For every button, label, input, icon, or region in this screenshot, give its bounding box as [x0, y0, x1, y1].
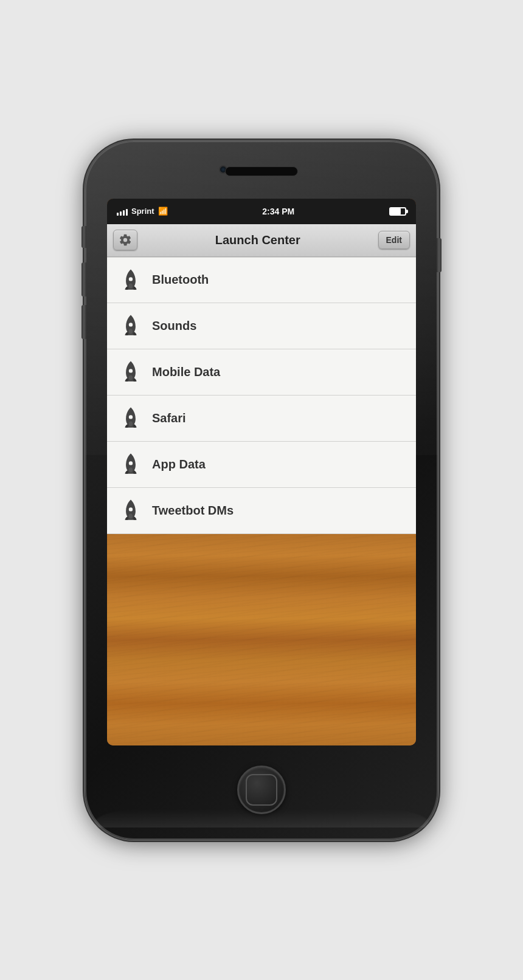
list-item-sounds[interactable]: Sounds [107, 303, 416, 349]
wood-background [107, 534, 416, 745]
svg-point-4 [129, 369, 133, 372]
carrier-label: Sprint [131, 207, 154, 216]
rocket-icon-tweetbot-dms [119, 499, 142, 522]
status-right [389, 207, 406, 216]
status-left: Sprint 📶 [117, 207, 168, 216]
list-item-label-app-data: App Data [152, 457, 206, 471]
svg-point-2 [129, 323, 133, 326]
gear-icon [119, 233, 132, 247]
svg-point-10 [129, 507, 133, 511]
phone-body: Sprint 📶 2:34 PM [85, 141, 438, 840]
battery-fill [390, 208, 401, 214]
rocket-icon-safari [119, 406, 142, 430]
svg-point-1 [129, 283, 133, 288]
settings-button[interactable] [113, 230, 137, 250]
wifi-icon: 📶 [158, 207, 168, 216]
svg-point-0 [129, 277, 133, 281]
list-item-label-mobile-data: Mobile Data [152, 365, 220, 379]
volume-up-button[interactable] [81, 262, 86, 296]
phone-wrapper: Sprint 📶 2:34 PM [0, 0, 523, 980]
svg-point-8 [129, 461, 133, 465]
phone-reflection [94, 809, 429, 828]
list-item-label-bluetooth: Bluetooth [152, 273, 209, 287]
rocket-icon-mobile-data [119, 360, 142, 383]
list-item-safari[interactable]: Safari [107, 396, 416, 442]
edit-button[interactable]: Edit [378, 231, 410, 249]
signal-bar-3 [123, 210, 125, 216]
list-item-mobile-data[interactable]: Mobile Data [107, 349, 416, 396]
signal-bar-2 [120, 211, 122, 216]
signal-bar-1 [117, 213, 119, 216]
svg-point-5 [129, 375, 133, 380]
list-container: Bluetooth Sounds Mobile Data [107, 257, 416, 534]
list-item-label-tweetbot-dms: Tweetbot DMs [152, 504, 234, 518]
screen: Sprint 📶 2:34 PM [107, 199, 416, 745]
list-item-label-sounds: Sounds [152, 319, 196, 333]
mute-switch[interactable] [81, 226, 86, 248]
svg-point-9 [129, 468, 133, 473]
screen-content: Sprint 📶 2:34 PM [107, 199, 416, 745]
power-button[interactable] [437, 238, 442, 272]
home-button-inner [246, 774, 277, 806]
nav-bar: Launch Center Edit [107, 224, 416, 257]
list-item-label-safari: Safari [152, 411, 186, 425]
rocket-icon-bluetooth [119, 269, 142, 292]
earpiece-speaker [225, 166, 298, 176]
battery-icon [389, 207, 406, 216]
rocket-icon-sounds [119, 314, 142, 337]
svg-point-3 [129, 329, 133, 334]
home-button[interactable] [237, 766, 286, 814]
volume-down-button[interactable] [81, 305, 86, 339]
list-item-tweetbot-dms[interactable]: Tweetbot DMs [107, 488, 416, 534]
svg-point-6 [129, 415, 133, 419]
signal-bars-icon [117, 207, 128, 216]
svg-point-7 [129, 422, 133, 427]
nav-title: Launch Center [215, 233, 300, 247]
status-time: 2:34 PM [262, 207, 294, 216]
list-item-bluetooth[interactable]: Bluetooth [107, 257, 416, 303]
status-bar: Sprint 📶 2:34 PM [107, 199, 416, 224]
list-item-app-data[interactable]: App Data [107, 442, 416, 488]
signal-bar-4 [126, 209, 128, 216]
svg-point-11 [129, 514, 133, 519]
rocket-icon-app-data [119, 453, 142, 476]
